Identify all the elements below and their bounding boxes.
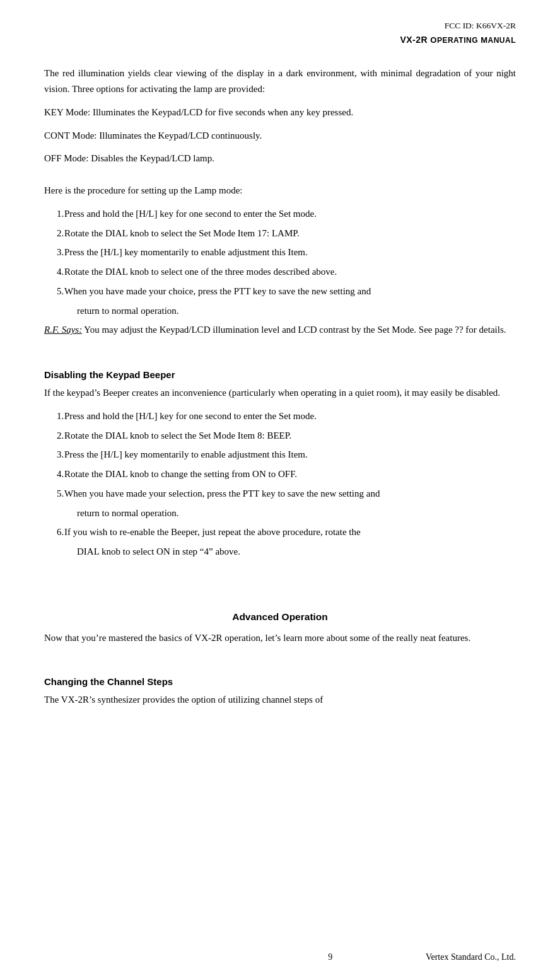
beeper-step-2: 2. Rotate the DIAL knob to select the Se…: [44, 428, 516, 444]
lamp-step-5-cont: return to normal operation.: [44, 303, 516, 319]
step-text: Rotate the DIAL knob to select the Set M…: [64, 226, 516, 241]
step-num: 2.: [44, 428, 64, 444]
step-text: When you have made your selection, press…: [64, 486, 516, 502]
beeper-step-5-cont: return to normal operation.: [44, 505, 516, 521]
step-num: 1.: [44, 206, 64, 222]
key-mode-line: KEY Mode: Illuminates the Keypad/LCD for…: [44, 105, 516, 120]
section-beeper-heading: Disabling the Keypad Beeper: [44, 369, 516, 380]
section-channel-heading: Changing the Channel Steps: [44, 676, 516, 687]
rf-says-block: R.F. Says: You may adjust the Keypad/LCD…: [44, 322, 516, 338]
step-text: Rotate the DIAL knob to select the Set M…: [64, 428, 516, 444]
step-num: 5.: [44, 284, 64, 299]
beeper-step-1: 1. Press and hold the [H/L] key for one …: [44, 408, 516, 424]
company-name: Vertex Standard Co., Ltd.: [426, 952, 516, 962]
cont-mode-line: CONT Mode: Illuminates the Keypad/LCD co…: [44, 128, 516, 144]
rf-says-body: You may adjust the Keypad/LCD illuminati…: [82, 325, 506, 335]
lamp-procedure-intro: Here is the procedure for setting up the…: [44, 183, 516, 199]
lamp-step-4: 4. Rotate the DIAL knob to select one of…: [44, 264, 516, 280]
rf-says-label: R.F. Says:: [44, 325, 82, 335]
step-text: When you have made your choice, press th…: [64, 284, 516, 299]
beeper-step-6-cont: DIAL knob to select ON in step “4” above…: [44, 544, 516, 560]
beeper-intro: If the keypad’s Beeper creates an inconv…: [44, 385, 516, 401]
beeper-step-4: 4. Rotate the DIAL knob to change the se…: [44, 466, 516, 482]
step-num: 1.: [44, 408, 64, 424]
step-text: Press and hold the [H/L] key for one sec…: [64, 408, 516, 424]
page-footer: 9 Vertex Standard Co., Ltd.: [44, 952, 516, 962]
manual-brand: VX-2R: [400, 35, 428, 45]
step-num: 3.: [44, 447, 64, 463]
beeper-step-3: 3. Press the [H/L] key momentarily to en…: [44, 447, 516, 463]
step-text: Press the [H/L] key momentarily to enabl…: [64, 447, 516, 463]
step-num: 5.: [44, 486, 64, 502]
beeper-step-6: 6. If you wish to re-enable the Beeper, …: [44, 524, 516, 540]
beeper-step-5: 5. When you have made your selection, pr…: [44, 486, 516, 502]
advanced-heading: Advanced Operation: [44, 611, 516, 623]
lamp-step-5: 5. When you have made your choice, press…: [44, 284, 516, 299]
lamp-step-1: 1. Press and hold the [H/L] key for one …: [44, 206, 516, 222]
main-content: The red illumination yields clear viewin…: [44, 66, 516, 707]
page-header: FCC ID: K66VX-2R VX-2R OPERATING MANUAL: [44, 19, 516, 47]
step-text: Press and hold the [H/L] key for one sec…: [64, 206, 516, 222]
advanced-paragraph: Now that you’re mastered the basics of V…: [44, 630, 516, 646]
lamp-step-3: 3. Press the [H/L] key momentarily to en…: [44, 245, 516, 260]
page-number: 9: [235, 952, 425, 962]
step-text: Rotate the DIAL knob to select one of th…: [64, 264, 516, 280]
step-num: 4.: [44, 264, 64, 280]
step-num: 4.: [44, 466, 64, 482]
step-text: Rotate the DIAL knob to change the setti…: [64, 466, 516, 482]
channel-paragraph: The VX-2R’s synthesizer provides the opt…: [44, 692, 516, 708]
intro-paragraph: The red illumination yields clear viewin…: [44, 66, 516, 97]
step-text: Press the [H/L] key momentarily to enabl…: [64, 245, 516, 260]
page: FCC ID: K66VX-2R VX-2R OPERATING MANUAL …: [0, 0, 560, 980]
manual-title: VX-2R OPERATING MANUAL: [44, 33, 516, 47]
step-num: 2.: [44, 226, 64, 241]
step-text: If you wish to re-enable the Beeper, jus…: [64, 524, 516, 540]
step-num: 6.: [44, 524, 64, 540]
off-mode-line: OFF Mode: Disables the Keypad/LCD lamp.: [44, 151, 516, 166]
lamp-step-2: 2. Rotate the DIAL knob to select the Se…: [44, 226, 516, 241]
fcc-id: FCC ID: K66VX-2R: [44, 19, 516, 33]
step-num: 3.: [44, 245, 64, 260]
manual-title-text: OPERATING MANUAL: [430, 35, 516, 45]
